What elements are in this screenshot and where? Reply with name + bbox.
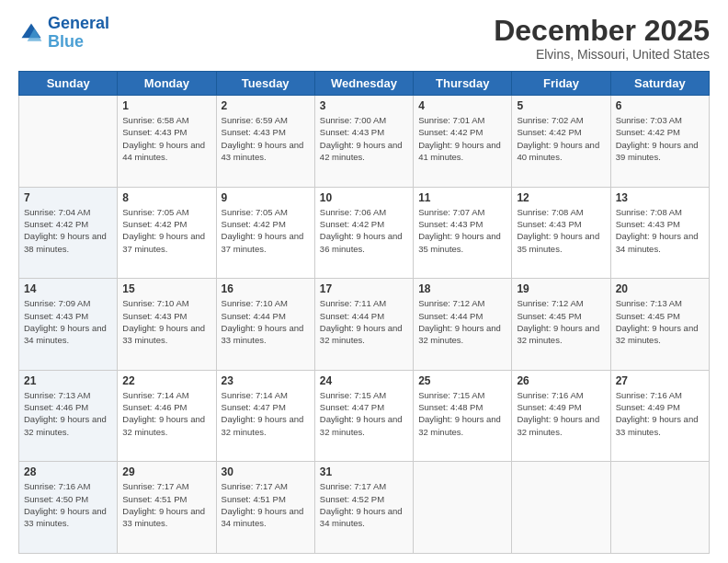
day-info: Sunrise: 7:08 AM Sunset: 4:43 PM Dayligh… [616,206,704,255]
page: General Blue December 2025 Elvins, Misso… [0,0,728,563]
day-number: 31 [320,465,408,478]
daylight: Daylight: 9 hours and 32 minutes. [122,414,205,436]
daylight: Daylight: 9 hours and 34 minutes. [24,323,107,345]
day-number: 22 [122,374,210,387]
col-friday: Friday [512,72,610,96]
logo-icon [18,20,44,46]
sunrise: Sunrise: 7:09 AM [24,298,90,308]
day-info: Sunrise: 7:16 AM Sunset: 4:49 PM Dayligh… [616,389,704,438]
sunset: Sunset: 4:52 PM [320,494,384,504]
sunrise: Sunrise: 7:12 AM [517,298,583,308]
logo-line2: Blue [48,32,84,51]
table-row: 9 Sunrise: 7:05 AM Sunset: 4:42 PM Dayli… [216,187,314,279]
table-row: 31 Sunrise: 7:17 AM Sunset: 4:52 PM Dayl… [314,462,413,554]
day-number: 13 [616,191,704,204]
daylight: Daylight: 9 hours and 38 minutes. [24,231,107,253]
day-number: 28 [24,465,112,478]
sunset: Sunset: 4:42 PM [122,219,187,229]
table-row: 25 Sunrise: 7:15 AM Sunset: 4:48 PM Dayl… [414,370,512,462]
day-number: 29 [122,465,210,478]
table-row: 30 Sunrise: 7:17 AM Sunset: 4:51 PM Dayl… [216,462,314,554]
day-number: 12 [517,191,605,204]
sunrise: Sunrise: 7:17 AM [222,481,288,491]
daylight: Daylight: 9 hours and 44 minutes. [122,140,205,162]
sunrise: Sunrise: 7:02 AM [517,115,583,125]
daylight: Daylight: 9 hours and 36 minutes. [320,231,403,253]
sunrise: Sunrise: 7:14 AM [122,390,188,400]
header-row: Sunday Monday Tuesday Wednesday Thursday… [19,72,710,96]
sunset: Sunset: 4:43 PM [222,127,286,137]
day-number: 11 [418,191,506,204]
day-number: 15 [122,282,210,295]
day-info: Sunrise: 7:08 AM Sunset: 4:43 PM Dayligh… [517,206,605,255]
daylight: Daylight: 9 hours and 43 minutes. [222,140,304,162]
sunset: Sunset: 4:43 PM [122,127,187,137]
day-number: 7 [24,191,112,204]
table-row: 12 Sunrise: 7:08 AM Sunset: 4:43 PM Dayl… [512,187,610,279]
sunset: Sunset: 4:49 PM [517,402,581,412]
table-row: 29 Sunrise: 7:17 AM Sunset: 4:51 PM Dayl… [118,462,216,554]
sunrise: Sunrise: 7:05 AM [122,207,188,217]
day-info: Sunrise: 7:09 AM Sunset: 4:43 PM Dayligh… [24,297,112,346]
daylight: Daylight: 9 hours and 32 minutes. [517,414,599,436]
day-info: Sunrise: 7:17 AM Sunset: 4:51 PM Dayligh… [222,480,310,529]
sunrise: Sunrise: 7:13 AM [616,298,682,308]
sunrise: Sunrise: 7:06 AM [320,207,386,217]
sunset: Sunset: 4:43 PM [122,311,187,321]
sunset: Sunset: 4:42 PM [24,219,88,229]
table-row: 13 Sunrise: 7:08 AM Sunset: 4:43 PM Dayl… [610,187,709,279]
table-row: 1 Sunrise: 6:58 AM Sunset: 4:43 PM Dayli… [118,96,216,188]
col-sunday: Sunday [19,72,118,96]
sunrise: Sunrise: 7:10 AM [222,298,288,308]
table-row: 27 Sunrise: 7:16 AM Sunset: 4:49 PM Dayl… [610,370,709,462]
table-row: 16 Sunrise: 7:10 AM Sunset: 4:44 PM Dayl… [216,279,314,371]
day-info: Sunrise: 6:58 AM Sunset: 4:43 PM Dayligh… [122,114,210,163]
calendar-subtitle: Elvins, Missouri, United States [494,47,710,62]
day-info: Sunrise: 6:59 AM Sunset: 4:43 PM Dayligh… [222,114,310,163]
table-row: 4 Sunrise: 7:01 AM Sunset: 4:42 PM Dayli… [414,96,512,188]
day-number: 14 [24,282,112,295]
sunrise: Sunrise: 7:16 AM [616,390,682,400]
sunrise: Sunrise: 7:04 AM [24,207,90,217]
table-row: 8 Sunrise: 7:05 AM Sunset: 4:42 PM Dayli… [118,187,216,279]
day-number: 19 [517,282,605,295]
sunset: Sunset: 4:43 PM [24,311,88,321]
day-info: Sunrise: 7:06 AM Sunset: 4:42 PM Dayligh… [320,206,408,255]
sunset: Sunset: 4:42 PM [320,219,384,229]
sunset: Sunset: 4:49 PM [616,402,680,412]
daylight: Daylight: 9 hours and 33 minutes. [122,506,205,528]
sunrise: Sunrise: 7:17 AM [122,481,188,491]
sunrise: Sunrise: 7:12 AM [418,298,484,308]
day-info: Sunrise: 7:05 AM Sunset: 4:42 PM Dayligh… [222,206,310,255]
day-number: 17 [320,282,408,295]
table-row [414,462,512,554]
daylight: Daylight: 9 hours and 41 minutes. [418,140,501,162]
sunset: Sunset: 4:48 PM [418,402,483,412]
table-row: 2 Sunrise: 6:59 AM Sunset: 4:43 PM Dayli… [216,96,314,188]
day-info: Sunrise: 7:17 AM Sunset: 4:52 PM Dayligh… [320,480,408,529]
day-info: Sunrise: 7:16 AM Sunset: 4:50 PM Dayligh… [24,480,112,529]
daylight: Daylight: 9 hours and 39 minutes. [616,140,699,162]
logo-text: General Blue [48,15,109,52]
daylight: Daylight: 9 hours and 35 minutes. [418,231,501,253]
sunset: Sunset: 4:45 PM [616,311,680,321]
day-info: Sunrise: 7:14 AM Sunset: 4:46 PM Dayligh… [122,389,210,438]
table-row: 19 Sunrise: 7:12 AM Sunset: 4:45 PM Dayl… [512,279,610,371]
day-number: 26 [517,374,605,387]
day-number: 5 [517,99,605,112]
sunset: Sunset: 4:42 PM [517,127,581,137]
sunset: Sunset: 4:50 PM [24,494,88,504]
day-number: 3 [320,99,408,112]
sunrise: Sunrise: 7:08 AM [616,207,682,217]
daylight: Daylight: 9 hours and 34 minutes. [320,506,403,528]
logo-line1: General [48,14,109,32]
sunrise: Sunrise: 7:03 AM [616,115,682,125]
daylight: Daylight: 9 hours and 40 minutes. [517,140,599,162]
sunrise: Sunrise: 7:07 AM [418,207,484,217]
day-number: 6 [616,99,704,112]
table-row: 24 Sunrise: 7:15 AM Sunset: 4:47 PM Dayl… [314,370,413,462]
day-info: Sunrise: 7:13 AM Sunset: 4:46 PM Dayligh… [24,389,112,438]
table-row: 3 Sunrise: 7:00 AM Sunset: 4:43 PM Dayli… [314,96,413,188]
table-row [19,96,118,188]
day-info: Sunrise: 7:15 AM Sunset: 4:47 PM Dayligh… [320,389,408,438]
